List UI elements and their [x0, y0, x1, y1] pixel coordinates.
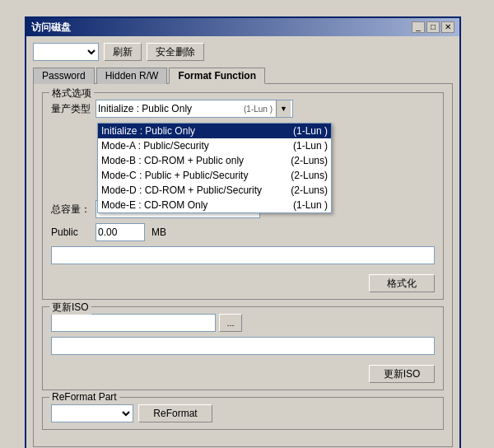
mb-unit-label: MB	[151, 226, 166, 238]
status-field[interactable]	[51, 246, 435, 264]
dropdown-item-5[interactable]: Mode-E : CD-ROM Only (1-Lun )	[98, 198, 331, 212]
dropdown-item-0[interactable]: Initialize : Public Only (1-Lun )	[98, 124, 331, 138]
dropdown-arrow-icon: ▼	[276, 100, 291, 117]
type-row: 量产类型 Initialize : Public Only (1-Lun ) ▼…	[51, 100, 435, 118]
type-selector[interactable]: Initialize : Public Only (1-Lun ) ▼	[96, 100, 293, 118]
reformat-selector[interactable]	[51, 404, 133, 422]
update-iso-btn-row: 更新ISO	[51, 365, 435, 383]
capacity-label: 总容量：	[51, 203, 91, 217]
title-bar: 访问磁盘 _ □ ✕	[26, 18, 459, 36]
dropdown-item-2-lun: (2-Luns)	[291, 155, 328, 166]
dropdown-item-1-label: Mode-A : Public/Security	[101, 140, 209, 152]
format-options-label: 格式选项	[49, 86, 94, 100]
dropdown-item-0-label: Initialize : Public Only	[101, 125, 195, 137]
window-body: 刷新 安全删除 Password Hidden R/W Format Funct…	[26, 36, 459, 448]
dropdown-item-3-lun: (2-Luns)	[291, 170, 328, 181]
public-label: Public	[51, 226, 91, 238]
browse-button[interactable]: ...	[219, 314, 242, 332]
reformat-row: ReFormat	[51, 404, 435, 422]
update-iso-label: 更新ISO	[49, 301, 91, 315]
dropdown-item-3[interactable]: Mode-C : Public + Public/Security (2-Lun…	[98, 168, 331, 183]
dropdown-item-2[interactable]: Mode-B : CD-ROM + Public only (2-Luns)	[98, 153, 331, 168]
update-iso-button[interactable]: 更新ISO	[369, 365, 435, 383]
dropdown-item-5-lun: (1-Lun )	[293, 199, 328, 211]
type-dropdown[interactable]: Initialize : Public Only (1-Lun ) Mode-A…	[97, 123, 332, 213]
window-title: 访问磁盘	[31, 21, 71, 35]
status-row	[51, 246, 435, 269]
main-window: 访问磁盘 _ □ ✕ 刷新 安全删除 Password Hidden R/W F…	[25, 16, 461, 448]
disk-selector[interactable]	[33, 43, 99, 61]
tab-hidden-rw[interactable]: Hidden R/W	[96, 68, 168, 84]
iso-path-field[interactable]	[51, 314, 216, 332]
type-selector-text: Initialize : Public Only	[98, 103, 240, 114]
public-row: Public MB	[51, 223, 435, 241]
format-btn-row: 格式化	[51, 274, 435, 292]
iso-status-field[interactable]	[51, 337, 435, 355]
tab-bar: Password Hidden R/W Format Function	[33, 68, 453, 84]
dropdown-item-4-label: Mode-D : CD-ROM + Public/Security	[101, 184, 262, 196]
tab-format-function[interactable]: Format Function	[169, 68, 265, 84]
tab-content-format-function: 格式选项 量产类型 Initialize : Public Only (1-Lu…	[33, 83, 453, 447]
type-selector-lun: (1-Lun )	[240, 105, 276, 114]
public-field[interactable]	[96, 223, 145, 241]
safe-remove-button[interactable]: 安全删除	[147, 43, 204, 61]
dropdown-item-4-lun: (2-Luns)	[291, 184, 328, 196]
dropdown-item-2-label: Mode-B : CD-ROM + Public only	[101, 155, 244, 166]
type-label: 量产类型	[51, 102, 91, 116]
reformat-part-label: ReFormat Part	[49, 391, 119, 403]
update-iso-group: 更新ISO ... 更新ISO	[42, 306, 444, 390]
dropdown-item-0-lun: (1-Lun )	[293, 125, 328, 137]
dropdown-item-1-lun: (1-Lun )	[293, 140, 328, 152]
dropdown-item-4[interactable]: Mode-D : CD-ROM + Public/Security (2-Lun…	[98, 183, 331, 198]
minimize-button[interactable]: _	[412, 21, 425, 33]
close-button[interactable]: ✕	[441, 21, 454, 33]
refresh-button[interactable]: 刷新	[104, 43, 142, 61]
tab-password[interactable]: Password	[33, 68, 95, 84]
dropdown-item-3-label: Mode-C : Public + Public/Security	[101, 170, 248, 181]
dropdown-item-5-label: Mode-E : CD-ROM Only	[101, 199, 207, 211]
reformat-part-group: ReFormat Part ReFormat	[42, 397, 444, 430]
maximize-button[interactable]: □	[426, 21, 440, 33]
format-options-group: 格式选项 量产类型 Initialize : Public Only (1-Lu…	[42, 92, 444, 300]
title-buttons: _ □ ✕	[412, 21, 454, 33]
top-toolbar: 刷新 安全删除	[33, 43, 453, 61]
format-button[interactable]: 格式化	[369, 274, 435, 292]
reformat-button[interactable]: ReFormat	[138, 404, 212, 422]
update-iso-path-row: ...	[51, 314, 435, 332]
dropdown-item-1[interactable]: Mode-A : Public/Security (1-Lun )	[98, 138, 331, 153]
